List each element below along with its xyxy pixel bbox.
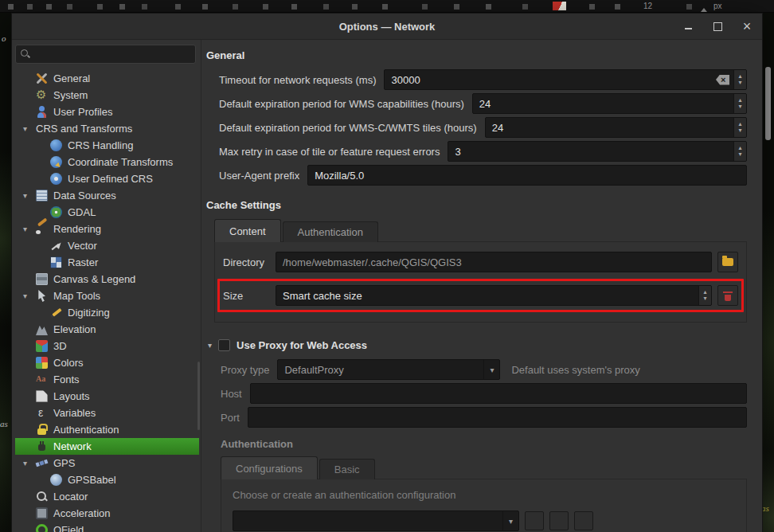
sidebar-item-vector[interactable]: Vector <box>15 237 199 254</box>
sidebar-scrollbar-thumb[interactable] <box>197 362 200 430</box>
expand-arrow-icon[interactable] <box>23 292 36 300</box>
tab-content[interactable]: Content <box>214 219 281 242</box>
form-row-wms-expiry: Default expiration period for WMS capabi… <box>219 93 747 114</box>
spinner-buttons[interactable] <box>733 94 746 113</box>
sidebar-item-raster[interactable]: Raster <box>15 254 199 271</box>
search-input[interactable] <box>35 48 190 61</box>
sidebar-item-gpsbabel[interactable]: GPSBabel <box>15 471 199 488</box>
sidebar-item-label: GPSBabel <box>68 474 116 486</box>
sidebar-item-crs-handling[interactable]: CRS Handling <box>15 137 199 154</box>
sidebar-item-label: Data Sources <box>53 190 116 201</box>
page-icon <box>36 390 48 402</box>
user-agent-input[interactable]: Mozilla/5.0 <box>307 165 747 186</box>
expand-arrow-icon[interactable] <box>23 225 36 233</box>
sidebar-item-label: Raster <box>68 256 98 268</box>
sidebar-item-map-tools[interactable]: Map Tools <box>15 288 199 304</box>
auth-config-edit-button[interactable] <box>549 511 569 530</box>
sidebar-item-network[interactable]: Network <box>15 438 199 455</box>
spinner-buttons[interactable] <box>698 286 711 305</box>
sidebar-item-user-profiles[interactable]: User Profiles <box>15 104 199 120</box>
tab-configurations[interactable]: Configurations <box>221 456 318 479</box>
search-box[interactable] <box>15 45 196 64</box>
magnifier-icon <box>36 491 48 503</box>
sidebar-item-digitizing[interactable]: Digitizing <box>15 304 199 321</box>
sidebar-item-label: Coordinate Transforms <box>68 156 173 168</box>
field-label: Timeout for network requests (ms) <box>219 74 376 86</box>
sidebar-item-data-sources[interactable]: Data Sources <box>15 187 199 204</box>
sidebar-item-label: Fonts <box>53 374 80 385</box>
max-retry-input[interactable]: 3 <box>448 141 747 162</box>
proxy-port-input[interactable] <box>248 407 747 428</box>
sidebar-item-fonts[interactable]: Fonts <box>15 371 199 388</box>
sidebar-item-locator[interactable]: Locator <box>15 488 199 505</box>
auth-config-select[interactable] <box>233 510 519 531</box>
tab-basic[interactable]: Basic <box>319 459 375 479</box>
user-icon <box>36 106 48 118</box>
clear-cache-button[interactable] <box>717 285 738 306</box>
auth-section-heading: Authentication <box>221 438 747 450</box>
proxy-host-input[interactable] <box>250 383 747 404</box>
sidebar-item-gdal[interactable]: GDAL <box>15 204 199 221</box>
wmts-expiry-input[interactable]: 24 <box>485 117 747 138</box>
sidebar-item-gps[interactable]: GPS <box>15 455 199 471</box>
dialog-title: Options — Network <box>339 21 436 33</box>
clear-field-icon[interactable] <box>716 75 729 85</box>
sidebar-item-system[interactable]: System <box>15 87 199 104</box>
sidebar-item-label: Locator <box>53 491 88 503</box>
cache-tabbar: Content Authentication <box>214 219 747 242</box>
spinner-buttons[interactable] <box>733 142 746 161</box>
auth-config-add-button[interactable] <box>525 511 544 530</box>
sidebar-item-acceleration[interactable]: Acceleration <box>15 505 199 522</box>
auth-config-remove-button[interactable] <box>574 511 593 530</box>
sidebar-item-general[interactable]: General <box>15 70 199 87</box>
field-value: /home/webmaster/.cache/QGIS/QGIS3 <box>276 256 711 268</box>
epsilon-icon <box>36 407 48 419</box>
expand-arrow-icon[interactable] <box>23 125 36 133</box>
sidebar-item-variables[interactable]: Variables <box>15 405 199 421</box>
use-proxy-checkbox[interactable] <box>218 339 230 351</box>
palette-icon <box>36 357 48 369</box>
sidebar-item-3d[interactable]: 3D <box>15 338 199 354</box>
cache-size-input[interactable]: Smart cache size <box>276 285 712 306</box>
expand-arrow-icon[interactable] <box>23 192 36 200</box>
tab-authentication[interactable]: Authentication <box>283 221 378 242</box>
minimize-button[interactable] <box>682 21 694 32</box>
scrollbar-thumb[interactable] <box>765 67 771 140</box>
toolbar-fragment-scale: 12 <box>643 2 652 11</box>
browse-directory-button[interactable] <box>717 252 738 272</box>
wms-expiry-input[interactable]: 24 <box>472 93 747 114</box>
collapse-arrow-icon[interactable] <box>208 342 212 350</box>
form-row-proxy-port: Port <box>221 407 747 428</box>
sidebar-item-layouts[interactable]: Layouts <box>15 388 199 405</box>
sidebar-item-canvas-legend[interactable]: Canvas & Legend <box>15 271 199 288</box>
close-button[interactable] <box>741 21 752 32</box>
chip-icon <box>36 507 48 519</box>
sidebar-item-authentication[interactable]: Authentication <box>15 421 199 438</box>
search-icon <box>21 49 30 59</box>
sidebar-item-qfield[interactable]: QField <box>15 522 199 532</box>
spinner-buttons[interactable] <box>733 118 746 137</box>
sidebar-item-coordinate-transforms[interactable]: Coordinate Transforms <box>15 154 199 170</box>
sidebar-item-label: Vector <box>68 240 97 252</box>
sidebar-item-label: Authentication <box>53 424 119 436</box>
field-label: Size <box>223 290 276 302</box>
dialog-titlebar[interactable]: Options — Network <box>12 14 762 40</box>
spinner-buttons[interactable] <box>733 70 746 89</box>
screen: 12 px o as as Options — Network General … <box>0 0 774 532</box>
cache-directory-input[interactable]: /home/webmaster/.cache/QGIS/QGIS3 <box>276 252 712 272</box>
trash-icon <box>723 290 733 301</box>
sidebar-item-rendering[interactable]: Rendering <box>15 221 199 237</box>
sidebar-item-crs-and-transforms[interactable]: CRS and Transforms <box>15 120 199 137</box>
sidebar-item-label: Canvas & Legend <box>53 273 135 285</box>
maximize-button[interactable] <box>712 21 723 32</box>
sidebar-item-user-defined-crs[interactable]: User Defined CRS <box>15 170 199 187</box>
field-label: Default expiration period for WMS-C/WMTS… <box>219 122 477 134</box>
sidebar-item-elevation[interactable]: Elevation <box>15 321 199 338</box>
sidebar-item-colors[interactable]: Colors <box>15 354 199 371</box>
table-icon <box>36 190 48 201</box>
proxy-type-select[interactable]: DefaultProxy <box>277 359 500 380</box>
timeout-input[interactable]: 30000 <box>384 69 747 90</box>
sidebar-item-label: Elevation <box>53 323 96 335</box>
field-value: Mozilla/5.0 <box>308 170 746 182</box>
field-value: DefaultProxy <box>278 364 483 376</box>
